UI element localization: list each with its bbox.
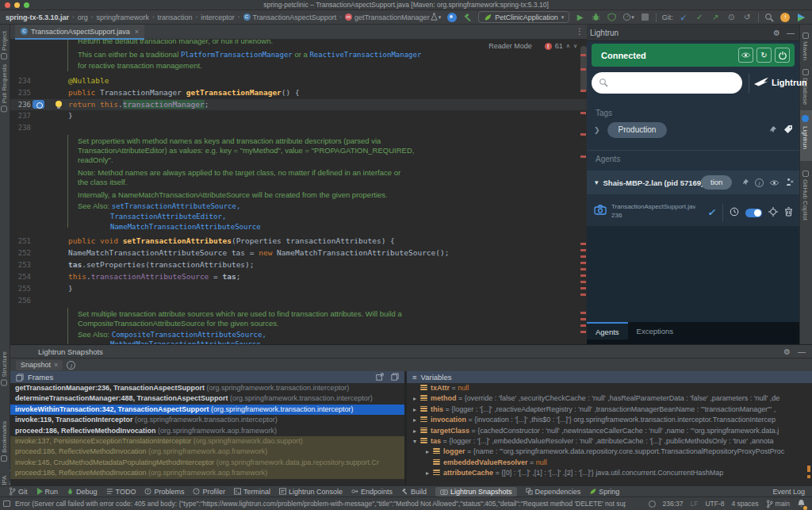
- run-button[interactable]: ▶: [575, 12, 585, 23]
- sidebar-item-github-copilot[interactable]: GitHub Copilot: [802, 171, 809, 220]
- expand-chevron-icon[interactable]: ▸: [413, 393, 420, 404]
- run-configuration-select[interactable]: PetClinicApplication ▾: [478, 11, 569, 23]
- rollback-button[interactable]: ↺: [742, 12, 753, 23]
- line-number[interactable]: 235: [10, 87, 31, 98]
- tool-window-button-debug[interactable]: Debug: [67, 488, 98, 496]
- frame-row[interactable]: invoke:145, CrudMethodMetadataPopulating…: [10, 458, 404, 468]
- git-branch-widget[interactable]: main: [766, 500, 790, 508]
- variable-row[interactable]: ▸attributeCache = {[0] : '[...]' ,[1] : …: [426, 468, 812, 478]
- chevron-down-icon[interactable]: ▾: [595, 178, 599, 186]
- snapshot-tab[interactable]: Snapshot ×: [16, 360, 63, 370]
- notifications-bell[interactable]: [797, 499, 806, 509]
- code-line[interactable]: 252NameMatchTransactionAttributeSource t…: [10, 247, 587, 259]
- tool-window-button-endpoints[interactable]: Endpoints: [351, 488, 393, 496]
- code-line[interactable]: 253tas.setProperties(transactionAttribut…: [10, 259, 587, 270]
- code-line[interactable]: 256: [10, 295, 587, 306]
- doc-link[interactable]: setTransactionAttributeSource,: [112, 202, 241, 210]
- pin-icon[interactable]: [768, 123, 777, 137]
- refresh-icon[interactable]: ↻: [756, 48, 772, 63]
- tool-window-button-terminal[interactable]: Terminal: [234, 488, 270, 496]
- variable-row[interactable]: ▸invocation = {invocation : '[...]' ,thi…: [413, 415, 812, 425]
- expand-chevron-icon[interactable]: ▸: [426, 447, 433, 457]
- caret-position[interactable]: 236:37: [663, 500, 684, 508]
- variable-row[interactable]: embeddedValueResolver = null: [426, 458, 812, 468]
- variable-row[interactable]: ▸targetClass = {cachedConstructor : 'nul…: [413, 426, 812, 436]
- plugin-play-icon[interactable]: [796, 12, 806, 23]
- tool-window-button-problems[interactable]: Problems: [144, 488, 184, 496]
- doc-link[interactable]: PlatformTransactionManager: [181, 51, 293, 59]
- stop-button[interactable]: [640, 12, 650, 23]
- expand-chevron-icon[interactable]: ▸: [413, 415, 420, 425]
- variable-row[interactable]: ▾tas = {logger : '[...]' ,embeddedValueR…: [413, 436, 812, 447]
- expand-chevron-icon[interactable]: ▾: [413, 436, 420, 447]
- sidebar-item-maven[interactable]: Maven: [802, 33, 809, 60]
- frame-row[interactable]: invokeWithinTransaction:342, Transaction…: [10, 405, 404, 415]
- line-number[interactable]: 252: [10, 247, 31, 259]
- gear-icon[interactable]: ⚙: [783, 347, 791, 356]
- line-number[interactable]: 238: [10, 122, 31, 133]
- doc-link[interactable]: NameMatchTransactionAttributeSource: [110, 223, 261, 231]
- profiler-button[interactable]: ▾: [622, 12, 634, 23]
- tab-exceptions[interactable]: Exceptions: [628, 322, 682, 339]
- sidebar-item-bookmarks[interactable]: Bookmarks: [1, 421, 8, 462]
- code-line[interactable]: 251public void setTransactionAttributes(…: [10, 236, 587, 247]
- frame-row[interactable]: invoke:137, PersistenceExceptionTranslat…: [10, 436, 404, 447]
- chevron-right-icon[interactable]: ❯: [594, 126, 600, 134]
- frame-row[interactable]: proceed:186, ReflectiveMethodInvocation …: [10, 468, 404, 478]
- code-with-me-icon[interactable]: [446, 12, 457, 23]
- copy-frames-icon[interactable]: [391, 373, 399, 382]
- intention-bulb-icon[interactable]: [56, 101, 62, 107]
- frame-row[interactable]: proceed:186, ReflectiveMethodInvocation …: [10, 447, 404, 457]
- tool-window-button-dependencies[interactable]: Dependencies: [526, 488, 581, 496]
- minimize-icon[interactable]: —: [798, 347, 806, 356]
- ide-update-icon[interactable]: ↑: [780, 12, 791, 23]
- line-number[interactable]: 234: [10, 75, 31, 86]
- tab-options-icon[interactable]: ⋮: [576, 27, 584, 36]
- memory-indicator-icon[interactable]: [649, 500, 656, 508]
- trash-icon[interactable]: [784, 205, 793, 220]
- pane-splitter[interactable]: [404, 371, 407, 486]
- frame-row[interactable]: proceed:186, ReflectiveMethodInvocation …: [10, 426, 404, 436]
- debug-button[interactable]: [591, 12, 601, 23]
- frame-row[interactable]: getTransactionManager:236, TransactionAs…: [10, 383, 404, 393]
- sidebar-item-project[interactable]: Project: [1, 31, 8, 59]
- next-error-icon[interactable]: ∨: [573, 43, 577, 49]
- line-number[interactable]: 255: [10, 283, 31, 294]
- variable-row[interactable]: ▸logger = {name : '"org.springframework.…: [426, 447, 812, 457]
- history-button[interactable]: ⊙: [726, 12, 737, 23]
- tool-window-button-lightrun-console[interactable]: Lightrun Console: [279, 488, 343, 496]
- code-line[interactable]: 235public TransactionManager getTransact…: [10, 87, 587, 98]
- run-with-coverage-button[interactable]: [607, 12, 617, 23]
- tool-window-button-spring[interactable]: Spring: [589, 488, 619, 496]
- open-in-window-icon[interactable]: [376, 373, 384, 382]
- expand-chevron-icon[interactable]: ▸: [426, 468, 433, 478]
- file-encoding[interactable]: UTF-8: [705, 500, 724, 508]
- gear-icon[interactable]: ⚙: [773, 29, 780, 37]
- info-icon[interactable]: i: [755, 178, 764, 187]
- tool-window-button-git[interactable]: Git: [9, 487, 28, 496]
- event-log-button[interactable]: Event Log: [769, 488, 812, 496]
- code-line[interactable]: 255}: [10, 283, 587, 294]
- build-hammer-icon[interactable]: [462, 12, 473, 23]
- agent-untrack-icon[interactable]: [785, 175, 794, 190]
- breadcrumb-item[interactable]: spring-tx-5.3.10.jar: [6, 13, 69, 21]
- tool-window-button-build[interactable]: Build: [401, 488, 427, 496]
- sidebar-item-pull-requests[interactable]: Pull Requests: [1, 64, 8, 112]
- eye-icon[interactable]: [769, 175, 779, 190]
- editor-tab[interactable]: C TransactionAspectSupport.java ×: [15, 25, 144, 40]
- eye-icon[interactable]: [738, 48, 753, 63]
- minimize-icon[interactable]: —: [787, 29, 795, 37]
- line-number[interactable]: 237: [10, 110, 31, 121]
- breadcrumb-item[interactable]: mgetTransactionManager: [345, 13, 430, 21]
- tool-window-button-profiler[interactable]: Profiler: [193, 488, 225, 496]
- power-icon[interactable]: [775, 48, 790, 63]
- line-number[interactable]: 236: [10, 99, 31, 110]
- doc-link[interactable]: ReactiveTransactionManager: [309, 51, 421, 59]
- search-input[interactable]: [612, 75, 731, 90]
- breadcrumb-item[interactable]: CTransactionAspectSupport: [243, 13, 337, 21]
- info-icon[interactable]: i: [67, 361, 75, 370]
- frame-row[interactable]: invoke:119, TransactionInterceptor (org.…: [10, 415, 404, 425]
- tool-window-button-todo[interactable]: TODO: [106, 488, 136, 496]
- code-line[interactable]: 237}: [10, 110, 587, 121]
- snapshot-camera-icon[interactable]: [33, 100, 44, 109]
